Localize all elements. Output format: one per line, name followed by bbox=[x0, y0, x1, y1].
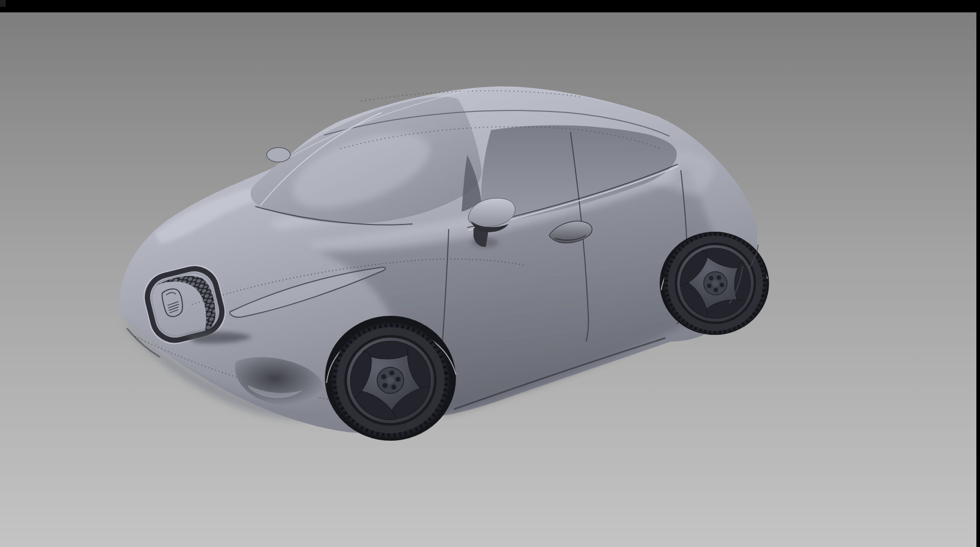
antenna-bump bbox=[267, 148, 290, 162]
render-canvas[interactable] bbox=[0, 0, 980, 547]
letterbox-top-bar bbox=[0, 0, 980, 12]
viewport-screen bbox=[0, 0, 980, 547]
letterbox-right-bar bbox=[976, 0, 980, 547]
corner-tab bbox=[0, 0, 6, 7]
